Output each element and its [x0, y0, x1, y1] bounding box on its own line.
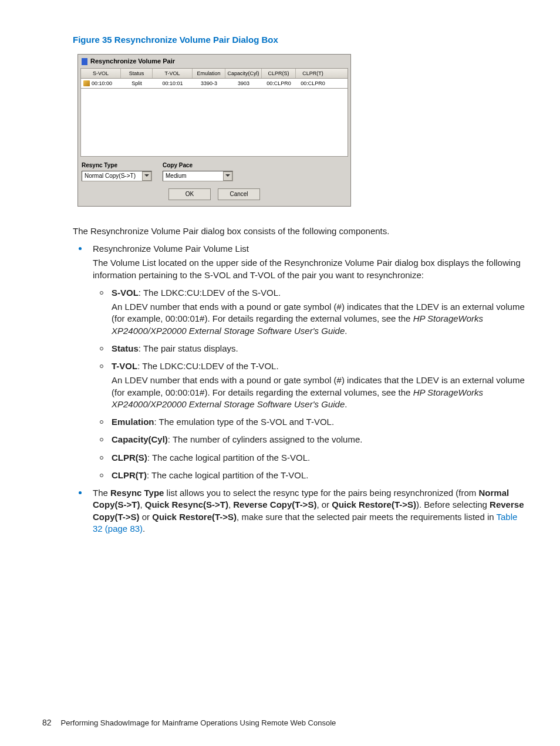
copy-pace-group: Copy Pace Medium: [163, 161, 233, 181]
list-item: CLPR(S): The cache logical partition of …: [93, 452, 525, 464]
footer-text: Performing ShadowImage for Mainframe Ope…: [61, 718, 336, 728]
cell-clprs: 00:CLPR0: [262, 79, 296, 88]
volume-icon: [83, 80, 90, 86]
page-number: 82: [42, 717, 52, 728]
cell-svol: 00:10:00: [81, 79, 121, 88]
col-emulation[interactable]: Emulation: [193, 69, 225, 78]
cell-clprt: 00:CLPR0: [296, 79, 330, 88]
resync-type-value: Normal Copy(S->T): [85, 172, 136, 180]
list-item: T-VOL: The LDKC:CU:LDEV of the T-VOL. An…: [93, 360, 525, 410]
tvol-label: T-VOL: [112, 361, 137, 371]
figure-image: Resynchronize Volume Pair S-VOL Status T…: [77, 54, 525, 207]
cancel-button[interactable]: Cancel: [218, 188, 260, 200]
col-clprs[interactable]: CLPR(S): [262, 69, 296, 78]
list-item: CLPR(T): The cache logical partition of …: [93, 470, 525, 481]
figure-caption: Figure 35 Resynchronize Volume Pair Dial…: [73, 34, 525, 46]
volume-list-empty: [80, 89, 348, 157]
document-page: Figure 35 Resynchronize Volume Pair Dial…: [0, 0, 560, 746]
resync-dialog: Resynchronize Volume Pair S-VOL Status T…: [77, 54, 351, 207]
col-capacity[interactable]: Capacity(Cyl): [225, 69, 262, 78]
volume-list: S-VOL Status T-VOL Emulation Capacity(Cy…: [78, 68, 350, 157]
clprs-label: CLPR(S): [112, 453, 147, 463]
list-item: S-VOL: The LDKC:CU:LDEV of the S-VOL. An…: [93, 287, 525, 337]
bullet1-desc: The Volume List located on the upper sid…: [93, 257, 525, 281]
cell-emu: 3390-3: [193, 79, 225, 88]
list-item: Capacity(Cyl): The number of cylinders a…: [93, 434, 525, 445]
chevron-down-icon[interactable]: [223, 171, 232, 181]
svol-label: S-VOL: [112, 288, 139, 298]
resync-type-group: Resync Type Normal Copy(S->T): [82, 161, 152, 181]
dialog-icon: [82, 58, 87, 65]
col-svol[interactable]: S-VOL: [81, 69, 121, 78]
resync-type-label: Resync Type: [82, 161, 152, 170]
dialog-titlebar: Resynchronize Volume Pair: [78, 55, 350, 68]
volume-list-header: S-VOL Status T-VOL Emulation Capacity(Cy…: [80, 68, 348, 79]
copy-pace-combo[interactable]: Medium: [163, 171, 233, 181]
volume-list-row[interactable]: 00:10:00 Split 00:10:01 3390-3 3903 00:C…: [80, 79, 348, 89]
cell-tvol: 00:10:01: [153, 79, 193, 88]
emu-label: Emulation: [112, 417, 154, 427]
copy-pace-label: Copy Pace: [163, 161, 233, 170]
chevron-down-icon[interactable]: [142, 171, 151, 181]
cell-status: Split: [121, 79, 153, 88]
bullet1-title: Resynchronize Volume Pair Volume List: [93, 244, 249, 254]
cell-cap: 3903: [225, 79, 262, 88]
page-footer: 82 Performing ShadowImage for Mainframe …: [42, 717, 336, 728]
dialog-title-text: Resynchronize Volume Pair: [90, 57, 175, 66]
tvol-desc: An LDEV number that ends with a pound or…: [112, 374, 525, 410]
status-label: Status: [112, 343, 139, 353]
cap-label: Capacity(Cyl): [112, 434, 168, 444]
svol-desc: An LDEV number that ends with a pound or…: [112, 301, 525, 337]
list-item: Status: The pair status displays.: [93, 343, 525, 355]
col-clprt[interactable]: CLPR(T): [296, 69, 330, 78]
resync-type-combo[interactable]: Normal Copy(S->T): [82, 171, 152, 181]
col-status[interactable]: Status: [121, 69, 153, 78]
list-item: The Resync Type list allows you to selec…: [73, 487, 525, 535]
list-item: Resynchronize Volume Pair Volume List Th…: [73, 243, 525, 481]
col-tvol[interactable]: T-VOL: [153, 69, 193, 78]
ok-button[interactable]: OK: [168, 188, 211, 200]
intro-text: The Resynchronize Volume Pair dialog box…: [73, 225, 525, 237]
list-item: Emulation: The emulation type of the S-V…: [93, 416, 525, 428]
copy-pace-value: Medium: [166, 172, 187, 180]
clprt-label: CLPR(T): [112, 470, 147, 480]
